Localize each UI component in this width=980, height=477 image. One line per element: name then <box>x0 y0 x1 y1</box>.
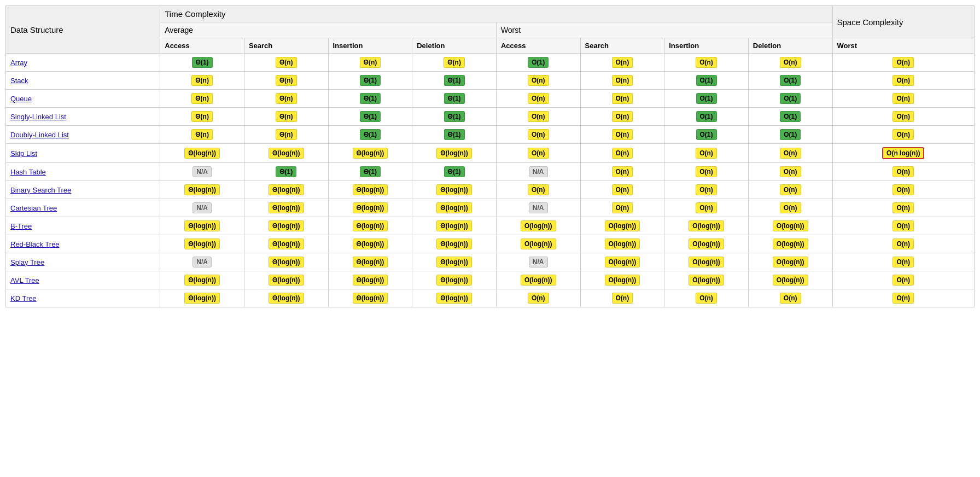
complexity-badge: N/A <box>529 257 548 267</box>
col-worst-access: Access <box>496 38 580 54</box>
worst-cell-0: N/A <box>496 163 580 181</box>
worst-cell-1: O(n) <box>580 289 664 307</box>
avg-cell-3: Θ(1) <box>412 72 497 90</box>
complexity-badge: O(log(n)) <box>773 238 808 249</box>
ds-name-cell[interactable]: Array <box>6 54 160 72</box>
avg-cell-3: Θ(n) <box>412 54 497 72</box>
ds-name-cell[interactable]: Doubly-Linked List <box>6 126 160 144</box>
complexity-badge: O(1) <box>780 75 801 86</box>
complexity-badge: O(log(n)) <box>689 238 724 249</box>
complexity-badge: O(n) <box>696 166 717 177</box>
avg-cell-0: Θ(log(n)) <box>160 181 244 199</box>
worst-cell-2: O(n) <box>664 54 749 72</box>
complexity-badge: Θ(n) <box>276 129 297 140</box>
complexity-badge: O(n) <box>612 111 633 122</box>
avg-cell-1: Θ(n) <box>244 108 328 126</box>
worst-cell-1: O(log(n)) <box>580 253 664 271</box>
ds-name-cell[interactable]: Queue <box>6 90 160 108</box>
space-badge: O(n) <box>892 238 914 249</box>
complexity-badge: Θ(log(n)) <box>436 202 472 213</box>
table-row: KD TreeΘ(log(n))Θ(log(n))Θ(log(n))Θ(log(… <box>6 289 975 307</box>
avg-cell-0: Θ(log(n)) <box>160 217 244 235</box>
complexity-badge: O(log(n)) <box>773 257 808 267</box>
ds-name-cell[interactable]: Splay Tree <box>6 253 160 271</box>
ds-link[interactable]: AVL Tree <box>10 276 39 284</box>
worst-cell-0: O(n) <box>496 90 580 108</box>
avg-cell-0: Θ(n) <box>160 72 244 90</box>
worst-cell-3: O(n) <box>748 144 832 163</box>
avg-cell-3: Θ(1) <box>412 108 497 126</box>
ds-link[interactable]: Doubly-Linked List <box>10 131 69 139</box>
ds-link[interactable]: Red-Black Tree <box>10 240 60 248</box>
ds-name-cell[interactable]: B-Tree <box>6 217 160 235</box>
complexity-badge: O(n) <box>528 93 549 104</box>
ds-link[interactable]: Singly-Linked List <box>10 113 66 121</box>
avg-cell-0: Θ(n) <box>160 126 244 144</box>
ds-name-cell[interactable]: Hash Table <box>6 163 160 181</box>
worst-cell-0: O(1) <box>496 54 580 72</box>
worst-cell-2: O(n) <box>664 289 749 307</box>
space-complexity-label: Space Complexity <box>837 18 903 27</box>
avg-cell-2: Θ(1) <box>328 72 412 90</box>
ds-link[interactable]: Hash Table <box>10 168 46 176</box>
ds-name-cell[interactable]: Cartesian Tree <box>6 199 160 217</box>
avg-cell-2: Θ(log(n)) <box>328 235 412 253</box>
avg-cell-2: Θ(1) <box>328 163 412 181</box>
complexity-badge: O(n) <box>612 202 633 213</box>
worst-cell-1: O(n) <box>580 108 664 126</box>
ds-name-cell[interactable]: Singly-Linked List <box>6 108 160 126</box>
avg-cell-1: Θ(log(n)) <box>244 253 328 271</box>
complexity-badge: Θ(n) <box>191 93 213 104</box>
avg-cell-2: Θ(n) <box>328 54 412 72</box>
table-row: AVL TreeΘ(log(n))Θ(log(n))Θ(log(n))Θ(log… <box>6 271 975 289</box>
complexity-badge: Θ(1) <box>360 129 381 140</box>
complexity-badge: Θ(1) <box>192 57 213 68</box>
avg-cell-0: Θ(log(n)) <box>160 289 244 307</box>
ds-name-cell[interactable]: AVL Tree <box>6 271 160 289</box>
worst-cell-0: N/A <box>496 253 580 271</box>
ds-name-cell[interactable]: Red-Black Tree <box>6 235 160 253</box>
ds-name-cell[interactable]: Skip List <box>6 144 160 163</box>
ds-link[interactable]: Stack <box>10 77 28 85</box>
ds-link[interactable]: Splay Tree <box>10 258 44 266</box>
ds-link[interactable]: Skip List <box>10 149 37 158</box>
complexity-badge: O(n) <box>612 293 633 304</box>
avg-cell-3: Θ(log(n)) <box>412 289 497 307</box>
ds-link[interactable]: Array <box>10 59 27 67</box>
complexity-badge: O(1) <box>780 93 801 104</box>
space-cell: O(n) <box>832 181 975 199</box>
ds-link[interactable]: B-Tree <box>10 222 32 230</box>
complexity-badge: O(log(n)) <box>605 238 640 249</box>
complexity-badge: Θ(log(n)) <box>269 184 304 195</box>
ds-link[interactable]: Cartesian Tree <box>10 204 57 212</box>
avg-cell-1: Θ(log(n)) <box>244 217 328 235</box>
table-row: Red-Black TreeΘ(log(n))Θ(log(n))Θ(log(n)… <box>6 235 975 253</box>
worst-cell-3: O(1) <box>748 72 832 90</box>
complexity-badge: Θ(log(n)) <box>436 220 472 231</box>
avg-cell-1: Θ(n) <box>244 90 328 108</box>
complexity-badge: Θ(log(n)) <box>269 148 304 159</box>
space-cell: O(n log(n)) <box>832 144 975 163</box>
worst-cell-0: N/A <box>496 199 580 217</box>
col-worst-insertion: Insertion <box>664 38 749 54</box>
table-row: ArrayΘ(1)Θ(n)Θ(n)Θ(n)O(1)O(n)O(n)O(n)O(n… <box>6 54 975 72</box>
complexity-badge: O(n) <box>528 111 549 122</box>
worst-cell-3: O(log(n)) <box>748 253 832 271</box>
ds-name-cell[interactable]: Binary Search Tree <box>6 181 160 199</box>
complexity-badge: Θ(log(n)) <box>353 275 388 286</box>
space-badge: O(n) <box>892 220 914 231</box>
complexity-badge: O(log(n)) <box>521 220 556 231</box>
complexity-badge: Θ(n) <box>276 93 297 104</box>
avg-cell-0: Θ(1) <box>160 54 244 72</box>
complexity-badge: Θ(log(n)) <box>353 184 388 195</box>
complexity-badge: O(1) <box>780 129 801 140</box>
complexity-badge: N/A <box>192 166 212 177</box>
complexity-badge: Θ(log(n)) <box>269 293 304 304</box>
ds-link[interactable]: Binary Search Tree <box>10 186 71 194</box>
avg-cell-2: Θ(log(n)) <box>328 253 412 271</box>
ds-name-cell[interactable]: Stack <box>6 72 160 90</box>
ds-name-cell[interactable]: KD Tree <box>6 289 160 307</box>
avg-cell-3: Θ(log(n)) <box>412 199 497 217</box>
ds-link[interactable]: KD Tree <box>10 294 37 303</box>
ds-link[interactable]: Queue <box>10 95 32 103</box>
